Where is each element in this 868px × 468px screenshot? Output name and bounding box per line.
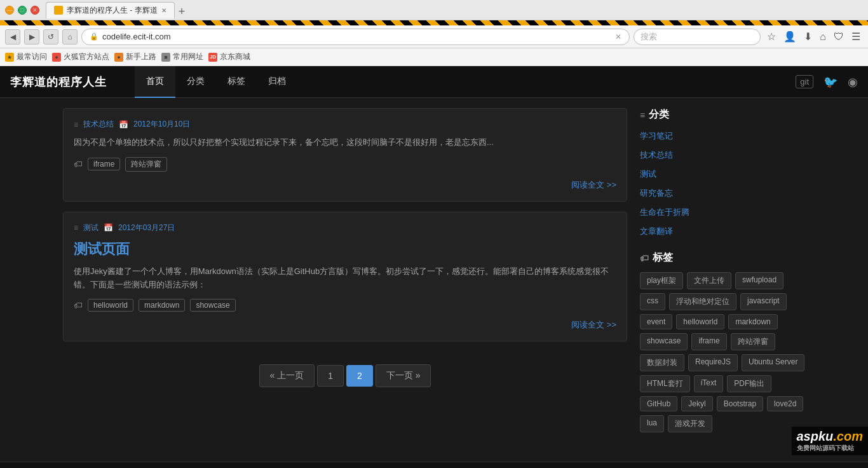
post-tags-1: 🏷 iframe 跨站弹窗: [74, 157, 616, 172]
new-tab-button[interactable]: +: [175, 5, 189, 18]
post-date-1[interactable]: 2012年10月10日: [133, 119, 190, 130]
nav-archive[interactable]: 归档: [257, 66, 297, 98]
site-title[interactable]: 李辉道的程序人生: [10, 74, 107, 90]
categories-icon: ≡: [640, 110, 645, 120]
close-button[interactable]: ✕: [31, 6, 39, 15]
read-more-link-2[interactable]: 阅读全文 >>: [571, 320, 616, 329]
rss-icon[interactable]: ◉: [848, 75, 858, 89]
twitter-icon[interactable]: 🐦: [824, 75, 837, 89]
category-link-1[interactable]: 技术总结: [640, 148, 805, 162]
bookmark-jd[interactable]: JD 京东商城: [208, 52, 250, 62]
sidebar-categories: ≡ 分类 学习笔记 技术总结 测试 研究备忘 生命在于折腾 文章翻译: [640, 108, 805, 238]
address-clear-icon[interactable]: ✕: [615, 32, 621, 41]
post-title-2[interactable]: 测试页面: [74, 240, 616, 259]
tag-cloud-20[interactable]: Bootstrap: [717, 396, 763, 411]
tag-cloud-2[interactable]: swfupload: [735, 272, 783, 289]
minimize-button[interactable]: —: [5, 6, 14, 15]
nav-tags[interactable]: 标签: [216, 66, 257, 98]
tag-cloud-22[interactable]: lua: [640, 415, 664, 432]
prev-page-button[interactable]: « 上一页: [259, 364, 315, 387]
shield-icon[interactable]: 🛡: [831, 30, 846, 44]
search-bar[interactable]: 搜索: [634, 29, 761, 45]
category-icon-1: ≡: [74, 120, 78, 129]
category-link-4[interactable]: 生命在于折腾: [640, 205, 805, 219]
tab-favicon: [54, 6, 63, 15]
address-bar[interactable]: 🔒 codelife.ecit-it.com ✕: [81, 29, 630, 45]
tag-cloud-21[interactable]: love2d: [767, 396, 803, 411]
tag-cloud-13[interactable]: RequireJS: [688, 354, 738, 371]
refresh-button[interactable]: ↺: [43, 29, 58, 45]
tab-bar: 李辉道的程序人生 - 李辉道 ✕ +: [46, 2, 863, 18]
forward-button[interactable]: ▶: [24, 29, 39, 45]
home-button[interactable]: ⌂: [62, 29, 78, 45]
post-excerpt-1: 因为不是个单独的技术点，所以只好把整个实现过程记录下来，备个忘吧，这段时间脑子不…: [74, 136, 616, 149]
bookmark-newbie[interactable]: ● 新手上路: [114, 52, 156, 62]
tag-showcase[interactable]: showcase: [190, 299, 235, 312]
bookmark-firefox-icon: ●: [52, 53, 61, 62]
tag-cloud-15[interactable]: HTML套打: [640, 375, 690, 392]
post-category-2[interactable]: 测试: [83, 223, 98, 233]
tag-cloud-7[interactable]: helloworld: [676, 314, 724, 329]
git-icon[interactable]: git: [796, 75, 813, 88]
post-card-1: ≡ 技术总结 📅 2012年10月10日 因为不是个单独的技术点，所以只好把整个…: [63, 108, 627, 202]
site-header-right: git 🐦 ◉: [796, 75, 858, 89]
tag-cloud-10[interactable]: iframe: [691, 333, 726, 350]
nav-home[interactable]: 首页: [135, 66, 175, 98]
tag-cloud-4[interactable]: 浮动和绝对定位: [669, 293, 736, 310]
tag-cloud-11[interactable]: 跨站弹窗: [731, 333, 775, 350]
active-tab[interactable]: 李辉道的程序人生 - 李辉道 ✕: [46, 2, 175, 18]
category-link-5[interactable]: 文章翻译: [640, 224, 805, 238]
tag-cloud-18[interactable]: GitHub: [640, 396, 677, 411]
category-link-0[interactable]: 学习笔记: [640, 129, 805, 143]
tag-cloud-9[interactable]: showcase: [640, 333, 688, 350]
search-placeholder: 搜索: [641, 31, 657, 43]
browser-titlebar: — □ ✕ 李辉道的程序人生 - 李辉道 ✕ +: [0, 0, 868, 20]
bookmark-most-visited[interactable]: ★ 最常访问: [5, 52, 47, 62]
tag-markdown[interactable]: markdown: [139, 299, 185, 312]
read-more-link-1[interactable]: 阅读全文 >>: [571, 180, 616, 189]
download-icon[interactable]: ⬇: [801, 29, 815, 44]
tag-cloud-6[interactable]: event: [640, 314, 672, 329]
page-2-button[interactable]: 2: [346, 365, 373, 387]
back-button[interactable]: ◀: [5, 29, 20, 45]
tag-cloud-5[interactable]: javascript: [740, 293, 787, 310]
post-read-more-1: 阅读全文 >>: [74, 179, 616, 191]
page-1-button[interactable]: 1: [317, 365, 344, 387]
category-link-3[interactable]: 研究备忘: [640, 186, 805, 200]
tag-cloud-0[interactable]: play框架: [640, 272, 683, 289]
bookmark-star-icon[interactable]: ☆: [764, 29, 778, 44]
post-meta-1: ≡ 技术总结 📅 2012年10月10日: [74, 119, 616, 130]
tag-cloud: play框架 文件上传 swfupload css 浮动和绝对定位 javasc…: [640, 272, 805, 432]
tag-cloud-17[interactable]: PDF输出: [727, 375, 771, 392]
next-page-button[interactable]: 下一页 »: [376, 364, 431, 387]
tab-close-icon[interactable]: ✕: [161, 7, 166, 14]
tag-icon-1: 🏷: [74, 159, 83, 169]
aspku-watermark: aspku.com 免费网站源码下载站: [792, 427, 869, 455]
tag-cloud-23[interactable]: 游戏开发: [668, 415, 712, 432]
tags-title: 🏷 标签: [640, 251, 805, 265]
warning-stripe: [0, 20, 868, 25]
maximize-button[interactable]: □: [18, 6, 27, 15]
tag-crossdomain[interactable]: 跨站弹窗: [125, 157, 167, 172]
tag-cloud-19[interactable]: Jekyl: [681, 396, 712, 411]
tag-iframe[interactable]: iframe: [88, 158, 120, 170]
user-icon[interactable]: 👤: [781, 29, 799, 44]
tag-cloud-12[interactable]: 数据封装: [640, 354, 684, 371]
tag-helloworld[interactable]: helloworld: [88, 299, 133, 312]
home-icon[interactable]: ⌂: [817, 30, 829, 44]
content-area: ≡ 技术总结 📅 2012年10月10日 因为不是个单独的技术点，所以只好把整个…: [63, 108, 627, 445]
menu-icon[interactable]: ☰: [849, 29, 863, 44]
tag-cloud-1[interactable]: 文件上传: [687, 272, 731, 289]
bookmark-firefox[interactable]: ● 火狐官方站点: [52, 52, 109, 62]
bookmark-common[interactable]: ■ 常用网址: [161, 52, 203, 62]
bookmark-star-icon: ★: [5, 53, 14, 62]
tag-cloud-14[interactable]: Ubuntu Server: [742, 354, 804, 371]
post-meta-2: ≡ 测试 📅 2012年03月27日: [74, 223, 616, 233]
nav-categories[interactable]: 分类: [175, 66, 216, 98]
post-date-2[interactable]: 2012年03月27日: [118, 223, 175, 233]
post-category-1[interactable]: 技术总结: [83, 119, 114, 130]
category-link-2[interactable]: 测试: [640, 167, 805, 181]
tag-cloud-8[interactable]: markdown: [728, 314, 777, 329]
tag-cloud-16[interactable]: iText: [694, 375, 724, 392]
tag-cloud-3[interactable]: css: [640, 293, 665, 310]
